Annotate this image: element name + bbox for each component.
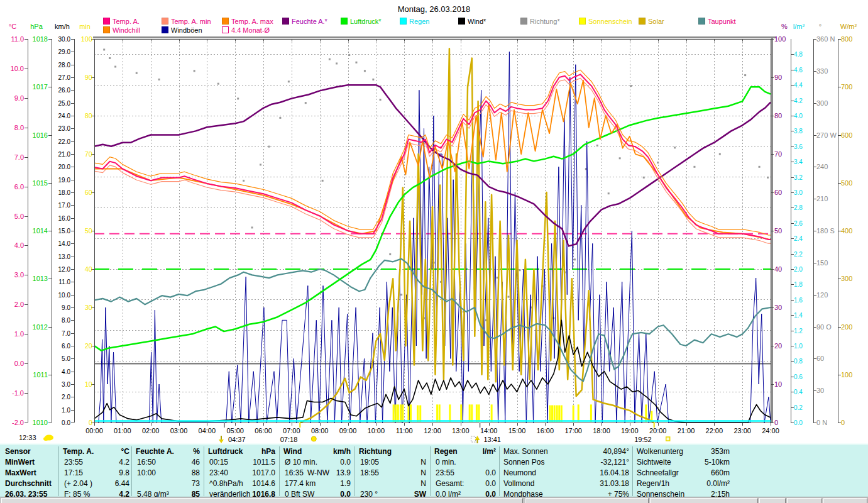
axis-label: 3.2: [794, 174, 803, 181]
axis-label: 20: [774, 342, 782, 350]
richtung-dot: [744, 74, 746, 76]
richtung-dot: [109, 57, 111, 59]
axis-header: %: [781, 23, 788, 30]
axis-header: °C: [9, 23, 16, 30]
axis-label: 2.2: [794, 251, 803, 258]
moon-cloud-icon: [43, 437, 48, 441]
richtung-dot: [355, 62, 357, 64]
axis-label: 70: [774, 150, 782, 158]
axis-label: -2.0: [12, 419, 24, 426]
richtung-dot: [619, 157, 621, 159]
axis-label: 10.0: [11, 65, 24, 72]
axis-label: 600: [841, 131, 852, 139]
axis-label: 0.8: [794, 358, 803, 365]
axis-label: 90: [85, 74, 92, 81]
axis-label: 80: [85, 112, 92, 119]
axis-label: 1.4: [794, 312, 803, 319]
axis-label: 100: [774, 35, 786, 43]
axis-label: 2.6: [794, 220, 803, 227]
cell-value: 1011.5: [208, 458, 275, 467]
richtung-dot: [380, 99, 382, 101]
marker-time: 07:18: [280, 436, 298, 443]
col-title-richtung: Richtung: [359, 447, 392, 456]
axis-label: 60: [85, 189, 92, 196]
axis-label: 1011: [33, 371, 48, 379]
richtung-dot: [719, 153, 721, 155]
axis-label: 20: [85, 342, 92, 350]
axis-label: 2.0: [794, 266, 803, 273]
table-divider: [131, 446, 132, 496]
axis-label: 9.0: [62, 304, 70, 311]
axis-label: 1013: [33, 275, 48, 282]
axis-label: 18.0: [58, 189, 71, 196]
axis-label: 26.0: [58, 87, 71, 94]
axis-label: 10.0: [58, 292, 71, 299]
richtung-dot: [519, 269, 520, 271]
x-label: 22:00: [706, 427, 723, 434]
axis-label: 800: [841, 35, 852, 43]
axis-label: 700: [841, 83, 852, 91]
richtung-dot: [237, 97, 239, 99]
axis-label: 90 O: [816, 323, 832, 331]
axis-label: 0.0: [62, 419, 70, 426]
axis-header: hPa: [30, 23, 43, 30]
axis-label: 6.0: [62, 343, 70, 350]
axis-header: W/m²: [840, 23, 857, 30]
axis-label: 330: [816, 67, 828, 75]
cell-value: 6.44: [63, 479, 129, 488]
axis-label: 21.0: [58, 151, 71, 158]
cell-value: 88: [136, 468, 200, 477]
axis-pct_min: 1009080706050403020100min: [79, 23, 94, 426]
axis-dir: 360 N330300270 W240210180 S15012090 O603…: [813, 23, 837, 426]
axis-tempC: 11.010.09.08.07.06.05.04.03.02.01.00.0-1…: [9, 23, 28, 426]
x-label: 21:00: [678, 427, 695, 434]
richtung-dot: [608, 192, 610, 194]
axis-label: 500: [841, 179, 852, 187]
axis-label: 50: [774, 227, 782, 235]
axis-label: 90: [774, 74, 782, 81]
axis-label: 14.0: [58, 240, 71, 247]
x-label: 23:00: [733, 427, 751, 434]
x-label: 11:00: [396, 427, 413, 434]
row-header: MinWert: [5, 458, 35, 467]
axis-label: 40: [85, 265, 92, 273]
axis-label: 1014: [33, 227, 48, 235]
axis-label: 0: [774, 419, 778, 426]
axis-label: 180 S: [816, 227, 835, 235]
axis-label: 4.4: [794, 82, 803, 89]
info-value: -32,121°: [503, 458, 629, 467]
axis-kmh: 30.029.028.027.026.025.024.023.022.021.0…: [55, 23, 74, 426]
axis-label: 7.0: [14, 153, 24, 161]
col-unit-temp-a: °C: [63, 447, 129, 456]
x-label: 09:00: [339, 427, 357, 434]
richtung-dot: [288, 80, 290, 82]
axis-hpa: 101810171016101510141013101210111010hPa: [30, 23, 52, 426]
col-unit-wind: km/h: [283, 447, 351, 456]
axis-label: 22.0: [58, 138, 71, 145]
cell-value: 1017.0: [208, 468, 275, 477]
axis-label: 80: [774, 112, 782, 119]
axis-label: 0.4: [794, 389, 803, 395]
richtung-dot: [693, 166, 695, 168]
x-label: 04:00: [199, 427, 216, 434]
richtung-dot: [630, 85, 632, 87]
axis-label: 8.0: [14, 124, 24, 131]
axis-label: 7.0: [62, 330, 70, 337]
x-label: 12:00: [424, 427, 441, 434]
axis-label: 400: [841, 227, 852, 235]
cell-value: N: [359, 479, 426, 488]
status-segment: [525, 498, 649, 503]
x-label: 00:00: [85, 427, 103, 434]
axis-label: 100: [841, 371, 852, 379]
axis-label: 0: [841, 419, 845, 426]
cell-value: N: [359, 468, 426, 477]
axis-label: 1.0: [794, 343, 803, 350]
axis-label: 1.2: [794, 328, 803, 334]
axis-label: 13.0: [58, 253, 71, 260]
status-segment: [759, 498, 786, 503]
axis-label: 11.0: [58, 279, 70, 285]
richtung-dot: [574, 258, 576, 260]
axis-header: l/m²: [793, 23, 805, 30]
cell-value: 9.8: [63, 468, 129, 477]
axis-label: 30: [816, 387, 824, 394]
